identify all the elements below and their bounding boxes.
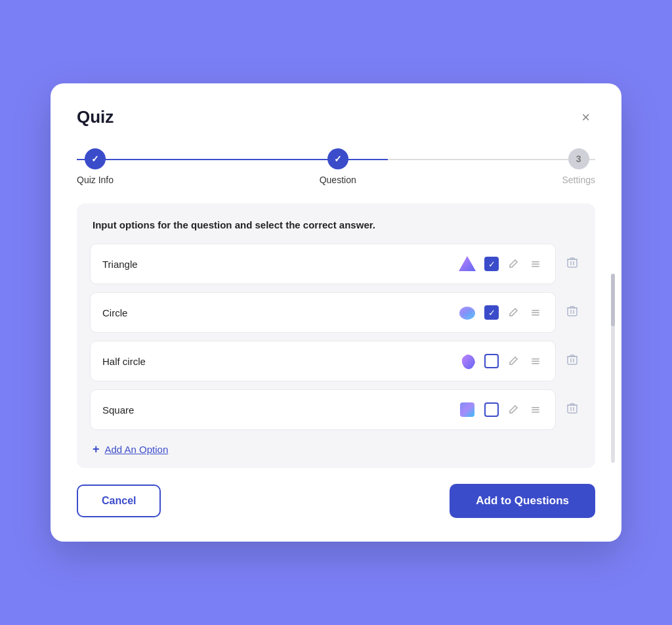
option-card-3: Half circle xyxy=(90,341,556,381)
svg-rect-19 xyxy=(532,363,539,364)
reorder-button-4[interactable] xyxy=(528,403,543,416)
quiz-modal: Quiz × ✓ Quiz Info ✓ Question 3 Settings… xyxy=(51,83,621,542)
option-text-2: Circle xyxy=(102,307,457,318)
add-option-plus-icon: + xyxy=(93,443,100,455)
svg-marker-0 xyxy=(459,256,476,271)
option-controls-3 xyxy=(457,351,543,372)
square-icon xyxy=(457,399,478,420)
circle-icon xyxy=(457,302,478,323)
option-row-2: Circle xyxy=(90,292,582,333)
add-to-questions-button[interactable]: Add to Questions xyxy=(450,484,595,518)
check-mark-1: ✓ xyxy=(488,259,495,269)
reorder-button-2[interactable] xyxy=(528,306,543,319)
step-settings[interactable]: 3 Settings xyxy=(562,148,595,185)
content-area: Input options for the question and selec… xyxy=(77,204,595,468)
option-controls-2: ✓ xyxy=(457,302,543,323)
option-text-1: Triangle xyxy=(102,259,457,270)
option-text-3: Half circle xyxy=(102,356,457,367)
add-option-button[interactable]: Add An Option xyxy=(105,444,169,455)
svg-rect-12 xyxy=(532,314,539,316)
svg-rect-3 xyxy=(532,266,539,267)
close-button[interactable]: × xyxy=(576,108,595,127)
scrollbar-track xyxy=(611,274,615,463)
delete-button-1[interactable] xyxy=(562,253,582,276)
svg-rect-26 xyxy=(532,410,539,411)
svg-rect-13 xyxy=(568,308,577,316)
checkbox-2[interactable]: ✓ xyxy=(484,305,499,320)
step-label-2: Question xyxy=(320,175,356,185)
svg-rect-2 xyxy=(532,264,539,265)
option-controls-4 xyxy=(457,399,543,420)
svg-rect-10 xyxy=(532,310,539,311)
step-quiz-info[interactable]: ✓ Quiz Info xyxy=(77,148,114,185)
step-label-3: Settings xyxy=(562,175,595,185)
modal-footer: Cancel Add to Questions xyxy=(77,484,595,518)
add-option-row: + Add An Option xyxy=(90,443,582,455)
checkbox-1[interactable]: ✓ xyxy=(484,257,499,271)
step-circle-1: ✓ xyxy=(85,148,106,169)
option-text-4: Square xyxy=(102,404,457,416)
delete-button-2[interactable] xyxy=(562,301,582,324)
modal-header: Quiz × xyxy=(77,107,595,127)
option-row-3: Half circle xyxy=(90,341,582,381)
delete-button-3[interactable] xyxy=(562,350,582,373)
option-card-1: Triangle xyxy=(90,244,556,284)
step-circle-2: ✓ xyxy=(327,148,348,169)
edit-button-1[interactable] xyxy=(505,257,521,270)
svg-point-9 xyxy=(460,307,472,316)
svg-rect-4 xyxy=(568,259,577,267)
cancel-button[interactable]: Cancel xyxy=(77,485,161,517)
svg-rect-18 xyxy=(532,361,539,362)
edit-button-2[interactable] xyxy=(505,306,521,319)
svg-rect-17 xyxy=(532,358,539,360)
modal-title: Quiz xyxy=(77,107,114,127)
option-row-4: Square xyxy=(90,389,582,430)
checkbox-3[interactable] xyxy=(484,354,499,368)
edit-button-4[interactable] xyxy=(505,403,521,416)
svg-rect-25 xyxy=(532,407,539,408)
option-row-1: Triangle xyxy=(90,244,582,284)
option-card-4: Square xyxy=(90,389,556,430)
halfcircle-icon xyxy=(457,351,478,372)
checkbox-4[interactable] xyxy=(484,402,499,417)
option-card-2: Circle xyxy=(90,292,556,333)
check-mark-2: ✓ xyxy=(488,308,495,318)
svg-rect-20 xyxy=(568,356,577,364)
step-circle-3: 3 xyxy=(568,148,589,169)
option-controls-1: ✓ xyxy=(457,253,543,274)
delete-button-4[interactable] xyxy=(562,399,582,421)
triangle-icon xyxy=(457,253,478,274)
svg-rect-24 xyxy=(460,402,474,417)
svg-rect-1 xyxy=(532,261,539,263)
scrollbar-thumb[interactable] xyxy=(611,274,615,326)
svg-rect-28 xyxy=(568,405,577,413)
reorder-button-3[interactable] xyxy=(528,355,543,368)
reorder-button-1[interactable] xyxy=(528,257,543,270)
svg-rect-27 xyxy=(532,412,539,413)
svg-rect-11 xyxy=(532,312,539,314)
stepper: ✓ Quiz Info ✓ Question 3 Settings xyxy=(77,148,595,185)
instruction-text: Input options for the question and selec… xyxy=(90,219,582,230)
step-label-1: Quiz Info xyxy=(77,175,114,185)
options-list: Triangle xyxy=(90,244,582,430)
step-question[interactable]: ✓ Question xyxy=(320,148,356,185)
edit-button-3[interactable] xyxy=(505,355,521,368)
